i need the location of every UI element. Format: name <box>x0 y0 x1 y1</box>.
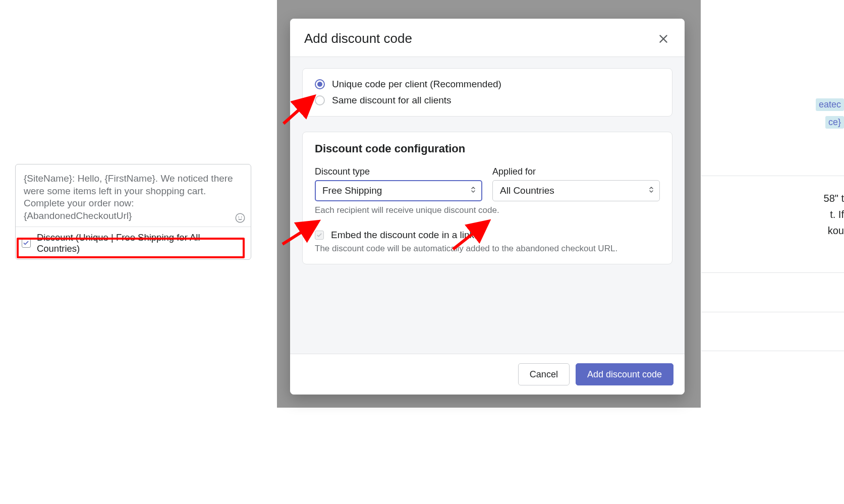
applied-for-label: Applied for <box>492 166 660 177</box>
add-discount-code-modal: Add discount code Unique code per client… <box>290 19 685 395</box>
bg-text-fragment-3: kou <box>828 223 844 238</box>
radio-same-for-all[interactable]: Same discount for all clients <box>315 95 660 106</box>
bg-tag-fragment-2: ce} <box>825 116 844 129</box>
applied-for-select[interactable]: All Countries <box>492 180 660 201</box>
bg-tag-fragment-1: eatec <box>816 98 844 111</box>
svg-point-2 <box>241 216 242 217</box>
emoji-icon[interactable] <box>235 212 246 223</box>
svg-point-0 <box>236 213 244 222</box>
select-caret-icon <box>648 185 654 196</box>
embed-checkbox[interactable] <box>315 231 324 240</box>
embed-help-text: The discount code will be automatically … <box>315 244 660 254</box>
applied-for-field: Applied for All Countries <box>492 166 660 201</box>
message-editor-panel: {SiteName}: Hello, {FirstName}. We notic… <box>15 164 251 260</box>
discount-type-select[interactable]: Free Shipping <box>315 180 482 201</box>
bg-text-fragment-1: 58" t <box>824 191 844 206</box>
discount-type-field: Discount type Free Shipping <box>315 166 482 201</box>
modal-footer: Cancel Add discount code <box>290 354 685 395</box>
applied-for-value: All Countries <box>500 185 554 196</box>
radio-unique-per-client[interactable]: Unique code per client (Recommended) <box>315 79 660 90</box>
embed-in-link-row[interactable]: Embed the discount code in a link <box>315 230 660 241</box>
discount-type-value: Free Shipping <box>322 185 382 196</box>
code-mode-card: Unique code per client (Recommended) Sam… <box>302 68 672 117</box>
modal-body: Unique code per client (Recommended) Sam… <box>290 57 685 354</box>
close-icon <box>658 33 669 44</box>
bg-divider-1 <box>701 176 844 176</box>
add-discount-code-button[interactable]: Add discount code <box>576 363 673 385</box>
message-textarea[interactable]: {SiteName}: Hello, {FirstName}. We notic… <box>16 164 251 227</box>
radio-icon <box>315 79 325 89</box>
unique-code-hint: Each recipient will receive unique disco… <box>315 205 660 215</box>
config-section-title: Discount code configuration <box>315 142 660 155</box>
cancel-button[interactable]: Cancel <box>518 363 570 385</box>
add-discount-button-label: Add discount code <box>587 369 662 380</box>
discount-checkbox-row[interactable]: Discount (Unique | Free Shipping for All… <box>16 227 251 259</box>
cancel-button-label: Cancel <box>530 369 558 380</box>
discount-checkbox[interactable] <box>22 239 31 248</box>
bg-divider-3 <box>701 312 844 312</box>
radio-unique-label: Unique code per client (Recommended) <box>332 79 501 90</box>
modal-header: Add discount code <box>290 19 685 57</box>
bg-divider-2 <box>701 272 844 273</box>
discount-checkbox-label: Discount (Unique | Free Shipping for All… <box>37 232 245 254</box>
discount-type-label: Discount type <box>315 166 482 177</box>
message-text: {SiteName}: Hello, {FirstName}. We notic… <box>24 173 233 221</box>
bg-divider-4 <box>701 351 844 351</box>
svg-point-1 <box>238 216 239 217</box>
select-caret-icon <box>470 185 476 196</box>
close-button[interactable] <box>656 32 670 46</box>
discount-config-card: Discount code configuration Discount typ… <box>302 132 672 264</box>
radio-same-label: Same discount for all clients <box>332 95 452 106</box>
embed-label: Embed the discount code in a link <box>331 230 474 241</box>
modal-title: Add discount code <box>304 31 412 46</box>
bg-text-fragment-2: t. If <box>830 207 844 222</box>
radio-icon <box>315 95 325 105</box>
